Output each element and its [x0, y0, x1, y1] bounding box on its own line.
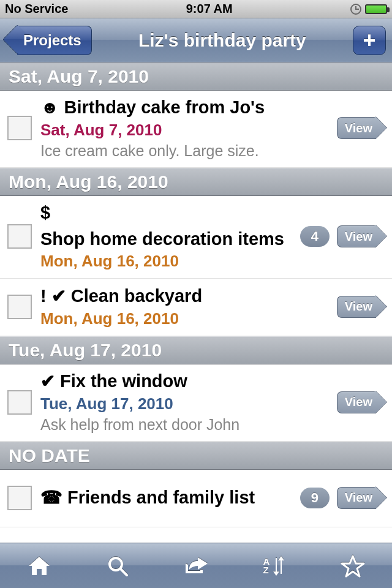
task-checkbox[interactable] [7, 295, 32, 319]
share-icon [183, 556, 209, 576]
view-label: View [345, 395, 372, 409]
task-row[interactable]: ☻Birthday cake from Jo'sSat, Aug 7, 2010… [0, 91, 392, 168]
time-label: 9:07 AM [186, 2, 233, 16]
task-row[interactable]: $Shop home decoration itemsMon, Aug 16, … [0, 196, 392, 279]
view-button[interactable]: View [337, 391, 376, 413]
view-button[interactable]: View [337, 117, 376, 139]
task-row[interactable]: ! ✔Clean backyardMon, Aug 16, 2010View [0, 279, 392, 336]
task-title-text: Friends and family list [67, 487, 255, 508]
task-checkbox[interactable] [7, 486, 32, 510]
back-button[interactable]: Projects [17, 26, 92, 55]
star-icon [341, 554, 365, 578]
page-title: Liz's birthday party [92, 30, 353, 51]
section-header: Sat, Aug 7, 2010 [0, 62, 392, 91]
view-label: View [345, 121, 372, 135]
task-row[interactable]: ☎Friends and family list9View [0, 470, 392, 527]
task-title: ! ✔Clean backyard [40, 285, 328, 307]
task-body: $Shop home decoration itemsMon, Aug 16, … [40, 202, 292, 271]
search-button[interactable] [96, 549, 139, 582]
view-label: View [345, 230, 372, 244]
row-right: 4View [300, 225, 385, 247]
search-icon [107, 555, 129, 577]
row-right: View [337, 391, 385, 413]
bottom-toolbar: A Z [0, 543, 392, 588]
battery-icon [365, 4, 387, 14]
section-header: NO DATE [0, 442, 392, 470]
view-label: View [345, 300, 372, 314]
task-row[interactable]: ✔Fix the windowTue, Aug 17, 2010Ask help… [0, 364, 392, 442]
favorites-button[interactable] [331, 549, 374, 582]
status-right [350, 4, 387, 15]
task-title: ☎Friends and family list [40, 487, 292, 508]
count-badge: 4 [300, 226, 330, 247]
task-note: Ice cream cake only. Large size. [40, 142, 328, 160]
task-prefix-icon: ! ✔ [40, 285, 66, 307]
view-button[interactable]: View [337, 487, 376, 509]
task-checkbox[interactable] [7, 116, 32, 140]
row-right: 9View [300, 487, 385, 509]
task-date: Tue, Aug 17, 2010 [40, 394, 328, 413]
task-title: ☻Birthday cake from Jo's [40, 97, 328, 118]
task-checkbox[interactable] [7, 390, 32, 415]
view-button[interactable]: View [337, 225, 376, 247]
task-body: ! ✔Clean backyardMon, Aug 16, 2010 [40, 285, 328, 328]
sort-button[interactable]: A Z [253, 549, 296, 582]
task-title-text: Shop home decoration items [40, 228, 284, 250]
task-title-text: Fix the window [60, 371, 187, 392]
back-label: Projects [23, 32, 81, 49]
nav-bar: Projects Liz's birthday party + [0, 18, 392, 62]
row-right: View [337, 117, 385, 139]
task-prefix-icon: $ [40, 202, 50, 224]
task-note: Ask help from next door John [40, 416, 328, 434]
view-button[interactable]: View [337, 296, 376, 318]
share-button[interactable] [175, 549, 217, 582]
home-icon [28, 556, 51, 576]
task-date: Mon, Aug 16, 2010 [40, 309, 328, 328]
task-body: ✔Fix the windowTue, Aug 17, 2010Ask help… [40, 371, 328, 434]
task-date: Mon, Aug 16, 2010 [40, 252, 292, 271]
sort-az-label: A Z [263, 557, 270, 574]
status-left: No Service [5, 2, 68, 16]
task-title-text: Clean backyard [71, 285, 202, 307]
task-prefix-icon: ☎ [40, 487, 62, 508]
task-prefix-icon: ✔ [40, 371, 55, 392]
task-prefix-icon: ☻ [40, 97, 59, 118]
task-checkbox[interactable] [7, 224, 32, 249]
count-badge: 9 [300, 488, 330, 508]
task-title: ✔Fix the window [40, 371, 328, 392]
task-body: ☻Birthday cake from Jo'sSat, Aug 7, 2010… [40, 97, 328, 160]
task-list[interactable]: Sat, Aug 7, 2010☻Birthday cake from Jo's… [0, 62, 392, 543]
svg-line-1 [121, 569, 127, 575]
carrier-label: No Service [5, 2, 68, 16]
view-label: View [345, 491, 372, 505]
task-body: ☎Friends and family list [40, 487, 292, 508]
task-title-text: Birthday cake from Jo's [64, 97, 265, 118]
task-title: $Shop home decoration items [40, 202, 292, 250]
section-header: Mon, Aug 16, 2010 [0, 168, 392, 196]
plus-icon: + [363, 29, 375, 51]
row-right: View [337, 296, 385, 318]
status-bar: No Service 9:07 AM [0, 0, 392, 18]
home-button[interactable] [18, 549, 61, 582]
add-button[interactable]: + [353, 26, 386, 55]
alarm-icon [350, 4, 361, 15]
section-header: Tue, Aug 17, 2010 [0, 336, 392, 364]
sort-arrows-icon [272, 556, 285, 576]
task-date: Sat, Aug 7, 2010 [40, 121, 328, 140]
